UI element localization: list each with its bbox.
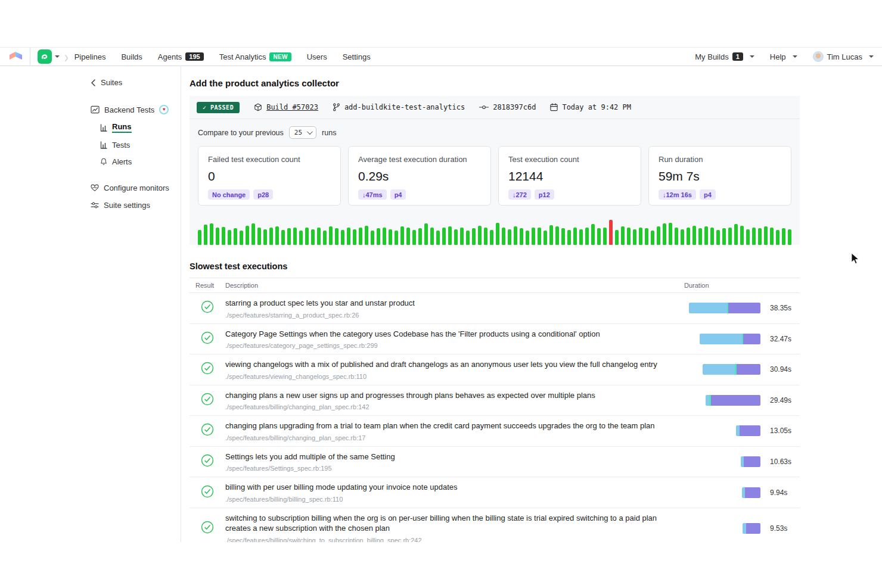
run-bar[interactable] (460, 228, 464, 245)
run-bar[interactable] (246, 226, 249, 245)
run-bar[interactable] (698, 228, 702, 245)
commit-label[interactable]: 2818397c6d (479, 103, 536, 111)
run-bar[interactable] (627, 228, 631, 245)
run-bar[interactable] (526, 231, 529, 245)
run-bar[interactable] (669, 223, 672, 245)
run-bar[interactable] (621, 226, 625, 245)
test-description[interactable]: Category Page Settings when the category… (225, 329, 670, 340)
run-bar[interactable] (549, 225, 553, 245)
sidebar-item-tests[interactable]: Tests (100, 141, 181, 150)
test-description[interactable]: switching to subscription billing when t… (225, 513, 670, 534)
run-bar[interactable] (257, 228, 261, 245)
sidebar-item-configure-monitors[interactable]: Configure monitors (91, 183, 181, 192)
run-bar[interactable] (663, 223, 666, 245)
run-bar[interactable] (305, 228, 309, 245)
table-row[interactable]: starring a product spec lets you star an… (190, 293, 800, 324)
run-bar[interactable] (752, 228, 756, 245)
table-row[interactable]: changing plans upgrading from a trial to… (190, 416, 800, 447)
run-bar[interactable] (591, 224, 595, 245)
run-bar[interactable] (395, 231, 398, 245)
run-bar[interactable] (520, 228, 523, 245)
run-bar[interactable] (371, 231, 374, 245)
branch-label[interactable]: add-buildkite-test-analytics (333, 103, 465, 111)
run-bar[interactable] (603, 228, 607, 245)
table-row[interactable]: billing with per user billing mode updat… (190, 477, 800, 508)
run-bar[interactable] (293, 228, 297, 245)
run-bar[interactable] (496, 223, 499, 245)
run-bar[interactable] (204, 225, 207, 245)
run-bar[interactable] (746, 229, 750, 245)
nav-item-agents[interactable]: Agents195 (158, 52, 204, 61)
run-bar[interactable] (323, 231, 327, 245)
run-bar[interactable] (347, 228, 350, 245)
run-bar[interactable] (299, 231, 303, 245)
run-bar[interactable] (222, 227, 225, 245)
run-bar[interactable] (269, 228, 273, 245)
run-bar[interactable] (710, 228, 714, 245)
run-bar[interactable] (329, 226, 333, 245)
table-row[interactable]: Category Page Settings when the category… (190, 324, 800, 355)
run-bar[interactable] (281, 230, 285, 245)
run-bar[interactable] (657, 226, 660, 245)
run-bar[interactable] (532, 228, 535, 245)
run-bar[interactable] (645, 228, 648, 245)
run-bar[interactable] (275, 226, 279, 245)
nav-item-pipelines[interactable]: Pipelines (74, 52, 106, 61)
build-link[interactable]: Build #57023 (254, 103, 318, 111)
run-bar[interactable] (389, 229, 392, 245)
run-bar[interactable] (788, 229, 791, 245)
run-bar[interactable] (383, 228, 386, 245)
test-description[interactable]: changing plans upgrading from a trial to… (225, 421, 670, 431)
run-bar[interactable] (216, 228, 219, 245)
table-row[interactable]: viewing changelogs with a mix of publish… (190, 354, 800, 385)
run-bar[interactable] (675, 228, 678, 245)
run-bar[interactable] (740, 226, 744, 245)
test-description[interactable]: Settings lets you add multiple of the sa… (225, 452, 670, 462)
table-row[interactable]: changing plans a new user signs up and p… (190, 385, 800, 416)
run-bar[interactable] (251, 223, 255, 245)
sidebar-item-runs[interactable]: Runs (100, 122, 181, 133)
run-bar[interactable] (287, 228, 291, 245)
run-bar[interactable] (490, 230, 493, 245)
run-bar[interactable] (442, 228, 446, 245)
run-bar[interactable] (573, 228, 577, 245)
run-bar[interactable] (484, 228, 487, 245)
table-row[interactable]: switching to subscription billing when t… (190, 508, 800, 542)
run-bar[interactable] (758, 228, 762, 245)
sidebar-item-suite-settings[interactable]: Suite settings (91, 201, 181, 210)
nav-item-builds[interactable]: Builds (121, 52, 142, 61)
run-bar[interactable] (722, 228, 726, 245)
run-bar[interactable] (764, 226, 768, 245)
run-bar-failed[interactable] (609, 220, 613, 245)
run-bar[interactable] (544, 231, 547, 245)
run-bar[interactable] (681, 229, 684, 245)
run-bar[interactable] (728, 228, 732, 245)
run-bar[interactable] (514, 226, 517, 245)
sidebar-suite-backend-tests[interactable]: Backend Tests ♥ (91, 105, 181, 114)
run-bar[interactable] (579, 229, 583, 245)
run-bar[interactable] (478, 226, 482, 245)
run-bar[interactable] (597, 228, 601, 245)
run-bar[interactable] (615, 230, 619, 245)
run-bar[interactable] (508, 229, 511, 245)
nav-item-users[interactable]: Users (307, 52, 327, 61)
run-bar[interactable] (341, 230, 344, 245)
run-bar[interactable] (359, 228, 362, 245)
run-bar[interactable] (424, 223, 428, 245)
run-bar[interactable] (454, 229, 458, 245)
run-bar[interactable] (734, 224, 738, 245)
run-bar[interactable] (335, 228, 338, 245)
run-bar[interactable] (412, 230, 416, 245)
test-description[interactable]: viewing changelogs with a mix of publish… (225, 359, 670, 370)
my-builds-menu[interactable]: My Builds 1 (695, 52, 754, 61)
run-bar[interactable] (633, 229, 636, 245)
run-bar[interactable] (776, 230, 779, 245)
run-bar[interactable] (240, 231, 243, 245)
test-description[interactable]: changing plans a new user signs up and p… (225, 390, 670, 401)
run-bar[interactable] (430, 228, 434, 245)
run-bar[interactable] (448, 226, 452, 245)
run-bar[interactable] (466, 231, 470, 245)
run-bar[interactable] (377, 228, 380, 245)
run-bar[interactable] (228, 230, 231, 245)
compare-runs-select[interactable]: 25 (289, 126, 316, 139)
